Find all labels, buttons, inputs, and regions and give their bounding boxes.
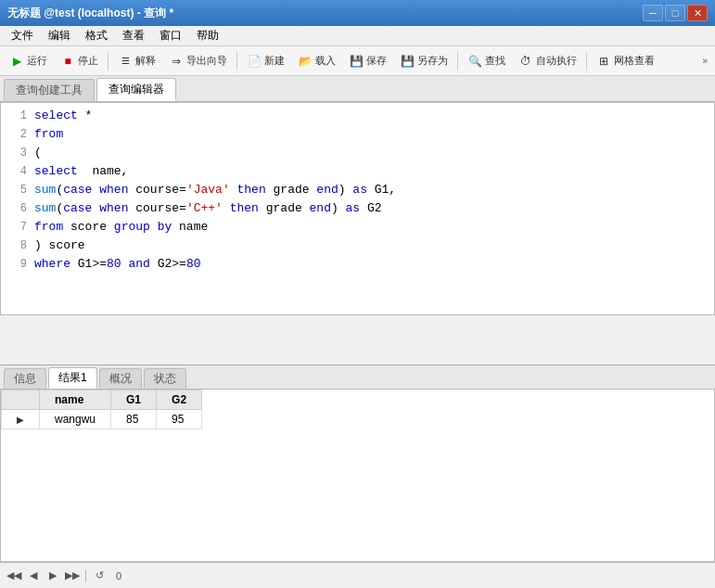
saveas-button[interactable]: 💾 另存为 [394, 51, 453, 71]
line-num-2: 2 [5, 125, 27, 144]
code-line-1: 1 select * [1, 107, 714, 125]
code-content-6: sum(case when course='C++' then grade en… [34, 199, 382, 218]
nav-separator-1 [85, 569, 86, 582]
menu-edit[interactable]: 编辑 [41, 26, 78, 45]
code-content-5: sum(case when course='Java' then grade e… [34, 181, 396, 199]
cell-g1: 85 [111, 410, 157, 429]
auto-label: 自动执行 [536, 54, 577, 68]
code-line-2: 2 from [1, 125, 714, 144]
code-content-3: ( [34, 144, 42, 162]
saveas-label: 另存为 [417, 54, 448, 68]
line-num-9: 9 [5, 255, 27, 274]
find-label: 查找 [485, 54, 505, 68]
nav-refresh-button[interactable]: ↺ [91, 568, 108, 584]
tab-query-editor[interactable]: 查询编辑器 [96, 78, 176, 101]
line-num-4: 4 [5, 162, 27, 181]
toolbar-separator-4 [586, 52, 587, 70]
code-line-7: 7 from score group by name [1, 218, 714, 236]
editor-section: 查询创建工具 查询编辑器 1 select * 2 from 3 ( [0, 76, 715, 365]
line-num-3: 3 [5, 144, 27, 162]
col-header-g2: G2 [157, 390, 202, 410]
load-button[interactable]: 📂 载入 [292, 51, 341, 71]
main-layout: 查询创建工具 查询编辑器 1 select * 2 from 3 ( [0, 76, 715, 588]
result-tab-overview[interactable]: 概况 [99, 368, 142, 389]
toolbar-separator-1 [108, 52, 109, 70]
menu-bar: 文件 编辑 格式 查看 窗口 帮助 [0, 26, 715, 46]
code-content-9: where G1>=80 and G2>=80 [34, 255, 200, 274]
grid-button[interactable]: ⊞ 网格查看 [591, 51, 660, 71]
editor-wrapper: 1 select * 2 from 3 ( 4 select name, [0, 102, 715, 365]
menu-format[interactable]: 格式 [78, 26, 115, 45]
toolbar-separator-2 [236, 52, 237, 70]
result-table: name G1 G2 ▶ wangwu 85 95 [1, 390, 202, 429]
nav-bar: ◀◀ ◀ ▶ ▶▶ ↺ 0 [0, 562, 715, 588]
tab-query-builder[interactable]: 查询创建工具 [4, 79, 95, 101]
col-header-indicator [2, 390, 40, 410]
code-line-8: 8 ) score [1, 236, 714, 255]
explain-label: 解释 [135, 54, 156, 68]
nav-prev-button[interactable]: ◀ [25, 568, 42, 584]
save-label: 保存 [366, 54, 387, 68]
code-line-6: 6 sum(case when course='C++' then grade … [1, 199, 714, 218]
nav-last-button[interactable]: ▶▶ [64, 568, 81, 584]
close-button[interactable]: ✕ [687, 5, 708, 21]
title-bar: 无标题 @test (localhost) - 查询 * ─ □ ✕ [0, 0, 715, 26]
result-tab-result1[interactable]: 结果1 [48, 367, 97, 389]
save-icon: 💾 [349, 54, 364, 69]
grid-icon: ⊞ [596, 54, 611, 69]
explain-icon: ☰ [118, 54, 133, 69]
menu-help[interactable]: 帮助 [189, 26, 226, 45]
window-controls: ─ □ ✕ [643, 5, 708, 21]
code-content-7: from score group by name [34, 218, 208, 236]
window-title: 无标题 @test (localhost) - 查询 * [7, 6, 173, 21]
result-tabs-bar: 信息 结果1 概况 状态 [0, 365, 715, 390]
line-num-8: 8 [5, 236, 27, 255]
result-tab-status[interactable]: 状态 [144, 368, 186, 389]
results-panel: 信息 结果1 概况 状态 name G1 G2 ▶ w [0, 365, 715, 588]
code-line-9: 9 where G1>=80 and G2>=80 [1, 255, 714, 274]
code-editor[interactable]: 1 select * 2 from 3 ( 4 select name, [0, 102, 715, 315]
toolbar-separator-3 [457, 52, 458, 70]
auto-button[interactable]: ⏱ 自动执行 [513, 51, 582, 71]
editor-tabs-bar: 查询创建工具 查询编辑器 [0, 76, 715, 102]
table-row[interactable]: ▶ wangwu 85 95 [2, 410, 202, 429]
run-button[interactable]: ▶ 运行 [4, 51, 53, 71]
run-icon: ▶ [9, 54, 24, 69]
toolbar: ▶ 运行 ■ 停止 ☰ 解释 ⇒ 导出向导 📄 新建 📂 载入 💾 保存 💾 另… [0, 46, 715, 76]
code-content-1: select * [34, 107, 92, 125]
export-button[interactable]: ⇒ 导出向导 [163, 51, 233, 71]
minimize-button[interactable]: ─ [643, 5, 663, 21]
nav-clear-button[interactable]: 0 [110, 568, 127, 584]
col-header-g1: G1 [111, 390, 157, 410]
line-num-5: 5 [5, 181, 27, 199]
search-icon: 🔍 [467, 54, 482, 69]
result-table-wrapper: name G1 G2 ▶ wangwu 85 95 [0, 390, 715, 562]
line-num-1: 1 [5, 107, 27, 125]
maximize-button[interactable]: □ [665, 5, 685, 21]
load-icon: 📂 [298, 54, 313, 69]
cell-g2: 95 [157, 410, 202, 429]
result-tab-info[interactable]: 信息 [4, 368, 46, 389]
line-num-6: 6 [5, 199, 27, 218]
menu-view[interactable]: 查看 [115, 26, 152, 45]
saveas-icon: 💾 [400, 54, 415, 69]
run-label: 运行 [27, 54, 47, 68]
menu-window[interactable]: 窗口 [152, 26, 189, 45]
explain-button[interactable]: ☰ 解释 [112, 51, 161, 71]
menu-file[interactable]: 文件 [4, 26, 41, 45]
code-line-4: 4 select name, [1, 162, 714, 181]
save-button[interactable]: 💾 保存 [343, 51, 392, 71]
stop-button[interactable]: ■ 停止 [55, 51, 104, 71]
stop-label: 停止 [78, 54, 98, 68]
toolbar-more-button[interactable]: » [698, 54, 711, 68]
nav-first-button[interactable]: ◀◀ [6, 568, 22, 584]
cell-name: wangwu [40, 410, 111, 429]
code-content-4: select name, [34, 162, 128, 181]
find-button[interactable]: 🔍 查找 [462, 51, 511, 71]
col-header-name: name [40, 390, 111, 410]
code-content-8: ) score [34, 236, 85, 255]
new-icon: 📄 [247, 54, 262, 69]
nav-next-button[interactable]: ▶ [45, 568, 61, 584]
new-button[interactable]: 📄 新建 [241, 51, 290, 71]
stop-icon: ■ [60, 54, 75, 69]
